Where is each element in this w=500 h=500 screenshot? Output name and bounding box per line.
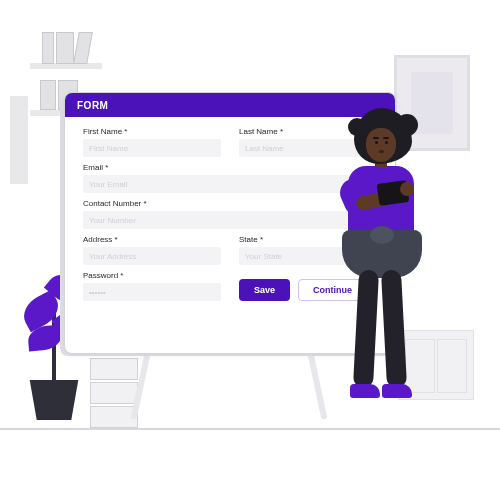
person-skirt-knot — [370, 226, 394, 244]
person-illustration — [320, 108, 440, 418]
book-decor — [42, 32, 54, 64]
form-title: FORM — [77, 100, 108, 111]
person-hand — [400, 182, 414, 196]
input-address[interactable] — [83, 247, 221, 265]
floor-line — [0, 428, 500, 430]
plant-pot — [27, 380, 81, 420]
book-decor — [40, 80, 56, 110]
person-leg — [353, 270, 379, 389]
book-decor — [56, 32, 74, 64]
input-first-name[interactable] — [83, 139, 221, 157]
save-button[interactable]: Save — [239, 279, 290, 301]
easel-legs — [124, 352, 334, 422]
person-shoe — [350, 384, 380, 398]
label-password: Password * — [83, 271, 221, 280]
person-leg — [381, 270, 407, 389]
field-password: Password * — [83, 271, 221, 301]
person-shoe — [382, 384, 412, 398]
input-password[interactable] — [83, 283, 221, 301]
book-decor — [73, 32, 93, 64]
label-address: Address * — [83, 235, 221, 244]
field-address: Address * — [83, 235, 221, 265]
wall-shelf-side — [10, 96, 28, 184]
illustration-stage: FORM First Name * Last Name * Email * Co… — [0, 0, 500, 500]
field-first-name: First Name * — [83, 127, 221, 157]
label-first-name: First Name * — [83, 127, 221, 136]
person-face — [366, 128, 396, 162]
